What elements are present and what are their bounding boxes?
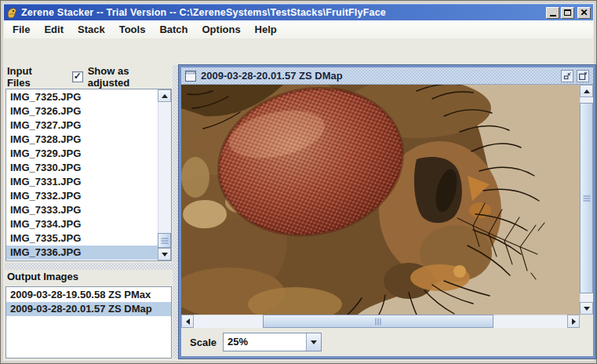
output-images-label: Output Images <box>7 271 78 282</box>
image-vertical-scrollbar[interactable] <box>580 85 593 315</box>
viewer-title: 2009-03-28-20.01.57 ZS DMap <box>201 70 558 82</box>
input-file-row[interactable]: IMG_7329.JPG <box>6 147 158 161</box>
app-icon <box>6 7 18 19</box>
close-button[interactable]: ✕ <box>577 7 591 19</box>
app-window: Zerene Stacker -- Trial Version -- C:\Ze… <box>0 0 597 364</box>
scroll-up-button[interactable] <box>158 89 171 102</box>
minimize-button[interactable] <box>546 7 559 19</box>
input-file-row[interactable]: IMG_7328.JPG <box>6 133 158 147</box>
input-file-row[interactable]: IMG_7332.JPG <box>6 189 158 203</box>
scroll-down-icon <box>162 253 168 257</box>
image-horizontal-scrollbar[interactable] <box>181 315 580 328</box>
scroll-left-button[interactable] <box>181 315 194 328</box>
window-titlebar[interactable]: Zerene Stacker -- Trial Version -- C:\Ze… <box>4 4 593 20</box>
input-file-row[interactable]: IMG_7327.JPG <box>6 118 158 133</box>
checkmark-icon: ✓ <box>74 71 82 81</box>
internal-frame-icon <box>185 71 196 82</box>
scale-combobox[interactable]: 25% <box>223 333 322 351</box>
scroll-right-button[interactable] <box>567 315 580 328</box>
close-icon: ✕ <box>580 8 588 17</box>
input-files-list[interactable]: IMG_7325.JPG IMG_7326.JPG IMG_7327.JPG I… <box>5 89 172 261</box>
input-files-label: Input Files <box>7 65 58 89</box>
menu-file[interactable]: File <box>5 21 37 38</box>
scale-label: Scale <box>190 337 217 348</box>
maximize-icon <box>564 9 571 16</box>
thumb-grip-icon <box>161 238 168 243</box>
thumb-grip-icon <box>583 195 590 201</box>
scale-value: 25% <box>224 333 306 351</box>
show-adjusted-label: Show as adjusted <box>88 65 173 89</box>
scale-row: Scale 25% <box>181 328 593 356</box>
scroll-left-icon <box>186 318 190 325</box>
menu-help[interactable]: Help <box>248 21 284 38</box>
menu-bar: File Edit Stack Tools Batch Options Help <box>4 20 593 38</box>
frame-maximize-button[interactable] <box>577 70 589 82</box>
show-adjusted-control[interactable]: ✓ Show as adjusted <box>72 65 173 89</box>
input-list-scrollbar[interactable] <box>158 89 171 260</box>
frame-minimize-button[interactable] <box>561 70 573 82</box>
input-file-row[interactable]: IMG_7331.JPG <box>6 175 158 189</box>
viewer-internal-frame: 2009-03-28-20.01.57 ZS DMap <box>179 65 595 359</box>
scroll-right-icon <box>572 318 576 325</box>
input-file-row[interactable]: IMG_7333.JPG <box>6 203 158 217</box>
menu-batch[interactable]: Batch <box>152 21 195 38</box>
menu-tools[interactable]: Tools <box>112 21 153 38</box>
input-file-row[interactable]: IMG_7330.JPG <box>6 161 158 175</box>
image-vscroll-thumb[interactable] <box>580 103 593 293</box>
output-image-row[interactable]: 2009-03-28-20.01.57 ZS DMap <box>6 302 171 316</box>
scroll-up-icon <box>584 89 590 93</box>
output-images-list[interactable]: 2009-03-28-19.50.58 ZS PMax 2009-03-28-2… <box>5 286 172 359</box>
output-image-row[interactable]: 2009-03-28-19.50.58 ZS PMax <box>6 288 171 302</box>
maximize-button[interactable] <box>561 7 574 19</box>
stacked-image-view[interactable] <box>181 85 580 315</box>
window-title: Zerene Stacker -- Trial Version -- C:\Ze… <box>21 7 546 18</box>
input-file-row[interactable]: IMG_7336.JPG <box>6 246 158 260</box>
fruit-fly-photo <box>181 85 580 315</box>
scroll-up-button[interactable] <box>580 85 593 97</box>
menu-options[interactable]: Options <box>195 21 248 38</box>
input-file-row[interactable]: IMG_7325.JPG <box>6 90 158 104</box>
scroll-down-icon <box>584 307 590 311</box>
scrollbar-corner <box>580 315 593 328</box>
scroll-down-button[interactable] <box>580 302 593 315</box>
scroll-up-icon <box>162 94 168 98</box>
image-hscroll-thumb[interactable] <box>263 315 493 328</box>
minimize-icon <box>550 15 556 16</box>
horizontal-splitter[interactable] <box>5 263 173 270</box>
show-adjusted-checkbox[interactable]: ✓ <box>72 71 83 82</box>
input-file-row[interactable]: IMG_7335.JPG <box>6 231 158 246</box>
input-files-header: Input Files ✓ Show as adjusted <box>7 70 173 84</box>
menu-stack[interactable]: Stack <box>71 21 112 38</box>
scale-dropdown-button[interactable] <box>306 333 321 351</box>
input-scroll-thumb[interactable] <box>158 233 171 248</box>
input-file-row[interactable]: IMG_7334.JPG <box>6 217 158 231</box>
input-file-row[interactable]: IMG_7326.JPG <box>6 104 158 118</box>
scroll-down-button[interactable] <box>158 248 171 260</box>
menu-edit[interactable]: Edit <box>37 21 71 38</box>
viewer-titlebar[interactable]: 2009-03-28-20.01.57 ZS DMap <box>181 67 593 85</box>
vertical-splitter[interactable] <box>173 65 179 359</box>
dropdown-arrow-icon <box>311 340 317 344</box>
thumb-grip-icon <box>376 318 381 325</box>
